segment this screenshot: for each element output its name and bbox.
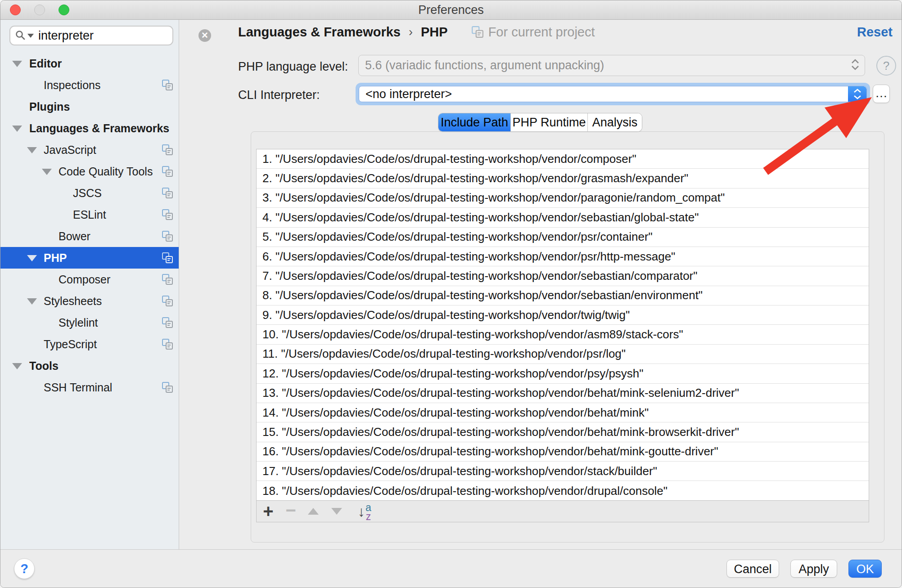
list-item[interactable]: 18. "/Users/opdavies/Code/os/drupal-test… — [257, 481, 869, 500]
php-settings-tabs: Include Path PHP Runtime Analysis — [438, 113, 642, 132]
clear-search-icon[interactable]: ✕ — [198, 29, 211, 42]
list-item[interactable]: 1. "/Users/opdavies/Code/os/drupal-testi… — [257, 149, 869, 169]
select-stepper-icon[interactable] — [851, 59, 859, 70]
list-item[interactable]: 2. "/Users/opdavies/Code/os/drupal-testi… — [257, 169, 869, 188]
sidebar-item-bower[interactable]: Bower — [0, 225, 179, 247]
per-project-settings-icon — [471, 26, 484, 38]
settings-sidebar: ✕ Editor Inspections Plugins Languages &… — [0, 20, 179, 549]
title-bar: Preferences — [0, 0, 902, 20]
move-down-button[interactable] — [329, 501, 345, 522]
chevron-down-icon[interactable] — [42, 169, 52, 175]
per-project-settings-icon — [162, 295, 173, 307]
sidebar-item-typescript[interactable]: TypeScript — [0, 333, 179, 355]
per-project-settings-icon — [162, 209, 173, 220]
settings-search-field[interactable]: ✕ — [9, 26, 173, 45]
cli-interpreter-combobox[interactable]: <no interpreter> — [356, 83, 870, 105]
sidebar-item-ssh-terminal[interactable]: SSH Terminal — [0, 377, 179, 398]
sidebar-item-code-quality-tools[interactable]: Code Quality Tools — [0, 161, 179, 182]
zoom-window-button[interactable] — [59, 4, 69, 15]
scope-note-label: For current project — [488, 25, 595, 40]
per-project-settings-icon — [162, 166, 173, 177]
list-item[interactable]: 10. "/Users/opdavies/Code/os/drupal-test… — [257, 325, 869, 344]
sidebar-item-inspections[interactable]: Inspections — [0, 74, 179, 96]
minimize-window-button[interactable] — [34, 4, 45, 15]
tab-include-path[interactable]: Include Path — [438, 113, 510, 131]
list-item[interactable]: 11. "/Users/opdavies/Code/os/drupal-test… — [257, 345, 869, 364]
sidebar-item-jscs[interactable]: JSCS — [0, 182, 179, 204]
list-item[interactable]: 17. "/Users/opdavies/Code/os/drupal-test… — [257, 462, 869, 481]
cli-interpreter-label: CLI Interpreter: — [238, 88, 320, 102]
list-item[interactable]: 16. "/Users/opdavies/Code/os/drupal-test… — [257, 442, 869, 462]
settings-tree: Editor Inspections Plugins Languages & F… — [0, 53, 179, 398]
list-item[interactable]: 14. "/Users/opdavies/Code/os/drupal-test… — [257, 403, 869, 422]
per-project-settings-icon — [162, 144, 173, 156]
sidebar-item-javascript[interactable]: JavaScript — [0, 139, 179, 161]
sidebar-item-composer[interactable]: Composer — [0, 269, 179, 290]
sidebar-item-stylelint[interactable]: Stylelint — [0, 312, 179, 333]
per-project-settings-icon — [162, 252, 173, 264]
sidebar-item-eslint[interactable]: ESLint — [0, 204, 179, 225]
list-item[interactable]: 12. "/Users/opdavies/Code/os/drupal-test… — [257, 364, 869, 383]
breadcrumb: Languages & Frameworks › PHP For current… — [238, 22, 595, 42]
chevron-down-icon[interactable] — [27, 255, 37, 261]
remove-path-button[interactable]: − — [283, 501, 299, 522]
cancel-button[interactable]: Cancel — [726, 560, 779, 578]
add-path-button[interactable]: + — [260, 501, 276, 522]
sidebar-item-plugins[interactable]: Plugins — [0, 96, 179, 117]
per-project-settings-icon — [162, 338, 173, 350]
move-up-button[interactable] — [305, 501, 321, 522]
chevron-down-icon[interactable] — [27, 147, 37, 153]
language-level-select[interactable]: 5.6 (variadic functions, argument unpack… — [358, 55, 865, 76]
search-icon[interactable] — [15, 30, 27, 41]
triangle-down-icon — [331, 508, 342, 515]
sort-az-icon: a z — [365, 503, 371, 521]
language-level-label: PHP language level: — [238, 60, 348, 74]
apply-button[interactable]: Apply — [790, 560, 837, 578]
per-project-settings-icon — [162, 317, 173, 328]
tab-analysis[interactable]: Analysis — [587, 113, 642, 131]
include-path-listbox: 1. "/Users/opdavies/Code/os/drupal-testi… — [256, 149, 869, 522]
combobox-stepper-icon[interactable] — [848, 86, 866, 102]
list-item[interactable]: 3. "/Users/opdavies/Code/os/drupal-testi… — [257, 189, 869, 208]
per-project-settings-icon — [162, 382, 173, 393]
reset-link[interactable]: Reset — [857, 22, 893, 42]
breadcrumb-separator-icon: › — [409, 25, 413, 39]
list-item[interactable]: 9. "/Users/opdavies/Code/os/drupal-testi… — [257, 305, 869, 325]
sidebar-item-languages-frameworks[interactable]: Languages & Frameworks — [0, 117, 179, 139]
list-item[interactable]: 15. "/Users/opdavies/Code/os/drupal-test… — [257, 422, 869, 442]
breadcrumb-parent[interactable]: Languages & Frameworks — [238, 25, 401, 40]
search-history-caret-icon[interactable] — [27, 34, 34, 38]
list-item[interactable]: 8. "/Users/opdavies/Code/os/drupal-testi… — [257, 286, 869, 305]
language-level-value: 5.6 (variadic functions, argument unpack… — [365, 58, 604, 72]
per-project-settings-icon — [162, 187, 173, 199]
per-project-settings-icon — [162, 230, 173, 242]
sidebar-item-stylesheets[interactable]: Stylesheets — [0, 290, 179, 312]
close-window-button[interactable] — [10, 4, 21, 15]
list-item[interactable]: 5. "/Users/opdavies/Code/os/drupal-testi… — [257, 228, 869, 247]
chevron-down-icon[interactable] — [27, 298, 37, 305]
sidebar-item-tools[interactable]: Tools — [0, 355, 179, 377]
dialog-footer: ? Cancel Apply OK — [0, 549, 902, 588]
search-input[interactable] — [37, 28, 198, 43]
list-item[interactable]: 6. "/Users/opdavies/Code/os/drupal-testi… — [257, 247, 869, 266]
sidebar-item-editor[interactable]: Editor — [0, 53, 179, 74]
chevron-down-icon[interactable] — [12, 363, 22, 369]
ok-button[interactable]: OK — [848, 560, 882, 578]
tab-php-runtime[interactable]: PHP Runtime — [510, 113, 587, 131]
chevron-down-icon[interactable] — [12, 126, 22, 132]
per-project-settings-icon — [162, 274, 173, 285]
preferences-dialog: Preferences ✕ Editor Inspections Plugins — [0, 0, 902, 588]
sort-alphabetically-button[interactable]: ↓ a z — [352, 501, 377, 522]
chevron-down-icon[interactable] — [12, 61, 22, 67]
list-item[interactable]: 4. "/Users/opdavies/Code/os/drupal-testi… — [257, 208, 869, 227]
list-item[interactable]: 7. "/Users/opdavies/Code/os/drupal-testi… — [257, 266, 869, 286]
sort-arrow-icon: ↓ — [358, 501, 365, 522]
list-item[interactable]: 13. "/Users/opdavies/Code/os/drupal-test… — [257, 384, 869, 403]
sidebar-item-php[interactable]: PHP — [0, 247, 179, 269]
scope-note: For current project — [471, 25, 595, 40]
cli-interpreter-browse-button[interactable]: … — [873, 85, 890, 103]
list-toolbar: + − ↓ a z — [257, 500, 869, 522]
window-title: Preferences — [0, 0, 902, 20]
language-level-help-button[interactable]: ? — [876, 56, 896, 76]
help-button[interactable]: ? — [14, 558, 35, 579]
